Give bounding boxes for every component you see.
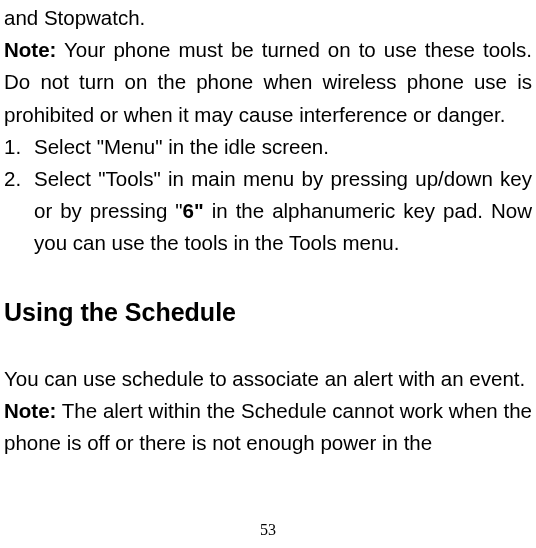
steps-list: 1.Select "Menu" in the idle screen.2.Sel… — [4, 131, 532, 260]
key-label: 6" — [183, 199, 204, 222]
schedule-intro: You can use schedule to associate an ale… — [4, 363, 532, 395]
section-heading: Using the Schedule — [4, 293, 532, 332]
note-body: Your phone must be turned on to use thes… — [4, 38, 532, 125]
note-tools: Note: Your phone must be turned on to us… — [4, 34, 532, 131]
note-body: The alert within the Schedule cannot wor… — [4, 399, 532, 454]
intro-line: and Stopwatch. — [4, 2, 532, 34]
list-number: 2. — [4, 163, 34, 260]
list-item: 2.Select "Tools" in main menu by pressin… — [4, 163, 532, 260]
list-body: Select "Menu" in the idle screen. — [34, 131, 532, 163]
note-label: Note: — [4, 399, 56, 422]
page-number: 53 — [0, 517, 536, 542]
list-body: Select "Tools" in main menu by pressing … — [34, 163, 532, 260]
note-label: Note: — [4, 38, 56, 61]
list-number: 1. — [4, 131, 34, 163]
list-item: 1.Select "Menu" in the idle screen. — [4, 131, 532, 163]
note-schedule: Note: The alert within the Schedule cann… — [4, 395, 532, 459]
